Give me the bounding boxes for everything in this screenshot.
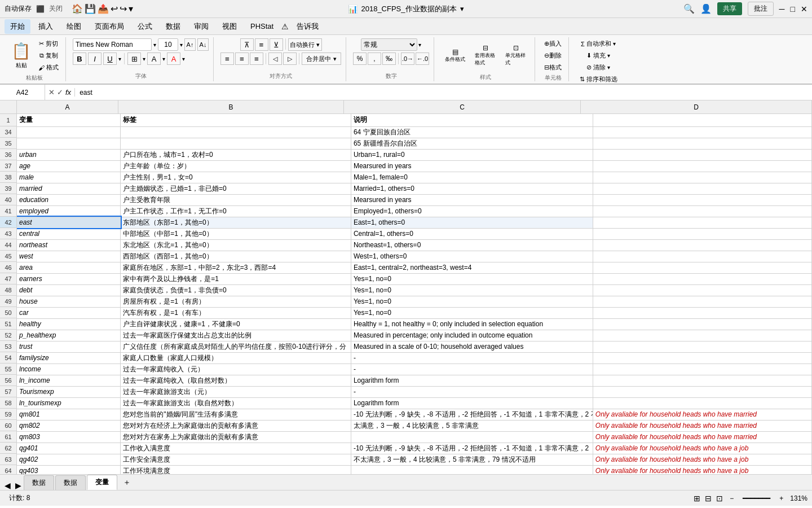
row-num-64[interactable]: 64 — [0, 465, 16, 474]
table-row[interactable]: familysize家庭人口数量（家庭人口规模）- — [17, 352, 812, 364]
cut-button[interactable]: ✂ 剪切 — [36, 38, 61, 49]
cell-c-35[interactable]: 65 新疆维吾尔自治区 — [351, 138, 593, 149]
cell-d-49[interactable] — [593, 296, 811, 307]
cell-b-59[interactable]: 您对您当前的"婚姻/同居"生活有多满意 — [121, 409, 351, 420]
merge-center-button[interactable]: 合并居中 ▾ — [302, 52, 341, 65]
menu-formula[interactable]: 公式 — [132, 19, 158, 34]
formula-input[interactable] — [75, 89, 812, 97]
cell-c-54[interactable]: - — [351, 352, 593, 364]
table-row[interactable]: healthy户主自评健康状况，健康=1，不健康=0Healthy = 1, n… — [17, 318, 812, 330]
border-button[interactable]: ⊞ — [127, 52, 141, 65]
row-num-41[interactable]: 41 — [0, 205, 16, 217]
cell-b-50[interactable]: 汽车所有权，是=1（有车） — [121, 307, 351, 318]
cell-a-58[interactable]: ln_tourismexp — [17, 397, 121, 409]
cell-b-55[interactable]: 过去一年家庭纯收入（元） — [121, 364, 351, 375]
cell-d-47[interactable] — [593, 273, 811, 284]
table-row[interactable]: west西部地区（西部=1，其他=0）West=1, others=0 — [17, 251, 812, 262]
number-format-dropdown-icon[interactable]: ▾ — [418, 42, 421, 48]
table-row[interactable]: house房屋所有权，是=1（有房）Yes=1, no=0 — [17, 296, 812, 307]
cell-d-44[interactable] — [593, 239, 811, 251]
cell-b-53[interactable]: 广义信任度（所有家庭成员对陌生人的平均信任度，按照0-10进行评分，分 — [121, 341, 351, 352]
cell-a-42[interactable]: east — [17, 217, 121, 228]
cell-b-1[interactable]: 标签 — [121, 114, 351, 126]
cell-b-39[interactable]: 户主婚姻状态，已婚=1，非已婚=0 — [121, 183, 351, 194]
underline-dropdown-icon[interactable]: ▾ — [118, 56, 121, 62]
row-num-49[interactable]: 49 — [0, 296, 16, 307]
cell-c-58[interactable]: Logarithm form — [351, 397, 593, 409]
cell-c-51[interactable]: Healthy = 1, not healthy = 0; only inclu… — [351, 318, 593, 330]
cell-a-34[interactable] — [17, 126, 121, 138]
cell-a-37[interactable]: age — [17, 160, 121, 172]
cell-a-59[interactable]: qm801 — [17, 409, 121, 420]
conditional-format-button[interactable]: ▤ 条件格式 — [441, 38, 469, 72]
cell-c-37[interactable]: Mearsured in years — [351, 160, 593, 172]
format-cells-button[interactable]: ⊟ 格式 — [542, 62, 564, 73]
row-num-35[interactable]: 35 — [0, 138, 16, 149]
cell-b-51[interactable]: 户主自评健康状况，健康=1，不健康=0 — [121, 318, 351, 330]
insert-cells-button[interactable]: ⊕ 插入 — [542, 38, 564, 49]
col-header-a[interactable]: A — [17, 100, 118, 113]
table-row[interactable]: urban户口所在地，城市=1，农村=0Urban=1, rural=0 — [17, 149, 812, 160]
cell-b-38[interactable]: 户主性别，男=1，女=0 — [121, 172, 351, 183]
cell-c-38[interactable]: Male=1, female=0 — [351, 172, 593, 183]
table-row[interactable]: employed户主工作状态，工作=1，无工作=0Employed=1, oth… — [17, 205, 812, 217]
cell-c-50[interactable]: Yes=1, no=0 — [351, 307, 593, 318]
indent-increase-button[interactable]: ▷ — [283, 52, 297, 65]
clear-button[interactable]: ⊘ 清除 ▾ — [584, 62, 612, 73]
search-icon[interactable]: 🔍 — [683, 3, 695, 14]
thousands-button[interactable]: ‰ — [382, 52, 396, 65]
cell-a-52[interactable]: p_healthexp — [17, 330, 121, 341]
cell-d-54[interactable] — [593, 352, 811, 364]
row-num-45[interactable]: 45 — [0, 251, 16, 262]
table-row[interactable]: qm802您对对方在经济上为家庭做出的贡献有多满意太满意，3 一般，4 比较满意… — [17, 420, 812, 431]
table-row[interactable]: 变量标签说明 — [17, 114, 812, 126]
cell-a-54[interactable]: familysize — [17, 352, 121, 364]
cell-a-38[interactable]: male — [17, 172, 121, 183]
table-row[interactable]: qg402工作安全满意度不太满意，3 一般，4 比较满意，5 非常满意，79 情… — [17, 454, 812, 465]
cell-a-47[interactable]: earners — [17, 273, 121, 284]
cell-d-62[interactable]: Only avaliable for household heads who h… — [593, 443, 811, 454]
cell-d-37[interactable] — [593, 160, 811, 172]
align-right-button[interactable]: ≡ — [250, 52, 263, 65]
wrap-text-button[interactable]: 自动换行 ▾ — [288, 38, 322, 51]
table-row[interactable]: east东部地区（东部=1，其他=0）East=1, others=0 — [17, 217, 812, 228]
menu-pagelayout[interactable]: 页面布局 — [89, 19, 130, 34]
cell-c-43[interactable]: Central=1, others=0 — [351, 228, 593, 239]
cell-d-64[interactable]: Only avaliable for household heads who h… — [593, 465, 811, 474]
cell-d-35[interactable] — [593, 138, 811, 149]
cell-d-56[interactable] — [593, 375, 811, 386]
cell-a-40[interactable]: education — [17, 194, 121, 205]
autosum-button[interactable]: Σ 自动求和 ▾ — [579, 38, 618, 49]
cell-c-49[interactable]: Yes=1, no=0 — [351, 296, 593, 307]
align-left-button[interactable]: ≡ — [220, 52, 234, 65]
cell-d-41[interactable] — [593, 205, 811, 217]
cell-a-43[interactable]: central — [17, 228, 121, 239]
cell-a-60[interactable]: qm802 — [17, 420, 121, 431]
cell-b-37[interactable]: 户主年龄（单位：岁） — [121, 160, 351, 172]
row-num-57[interactable]: 57 — [0, 386, 16, 397]
table-row[interactable]: age户主年龄（单位：岁）Mearsured in years — [17, 160, 812, 172]
cell-b-44[interactable]: 东北地区（东北=1，其他=0） — [121, 239, 351, 251]
cell-a-55[interactable]: lncome — [17, 364, 121, 375]
cell-b-34[interactable] — [121, 126, 351, 138]
row-num-62[interactable]: 62 — [0, 443, 16, 454]
table-row[interactable]: debt家庭负债状态，负债=1，非负债=0Yes=1, no=0 — [17, 284, 812, 296]
row-num-55[interactable]: 55 — [0, 364, 16, 375]
cell-d-42[interactable] — [593, 217, 811, 228]
formula-cancel-button[interactable]: ✕ — [48, 88, 55, 97]
cell-a-46[interactable]: area — [17, 262, 121, 273]
align-center-button[interactable]: ≡ — [235, 52, 249, 65]
cell-c-55[interactable]: - — [351, 364, 593, 375]
cell-d-51[interactable] — [593, 318, 811, 330]
table-row[interactable]: 65 新疆维吾尔自治区 — [17, 138, 812, 149]
table-row[interactable]: earners家中有两个及以上挣钱者，是=1Yes=1, no=0 — [17, 273, 812, 284]
menu-insert[interactable]: 插入 — [33, 19, 59, 34]
row-num-60[interactable]: 60 — [0, 420, 16, 431]
cell-a-57[interactable]: Tourismexp — [17, 386, 121, 397]
cell-b-45[interactable]: 西部地区（西部=1，其他=0） — [121, 251, 351, 262]
cell-b-57[interactable]: 过去一年家庭旅游支出（元） — [121, 386, 351, 397]
cell-a-64[interactable]: qg403 — [17, 465, 121, 474]
cell-c-48[interactable]: Yes=1, no=0 — [351, 284, 593, 296]
format-button[interactable]: 🖌 格式 — [36, 62, 61, 73]
decimal-decrease-button[interactable]: ←.0 — [416, 52, 429, 65]
